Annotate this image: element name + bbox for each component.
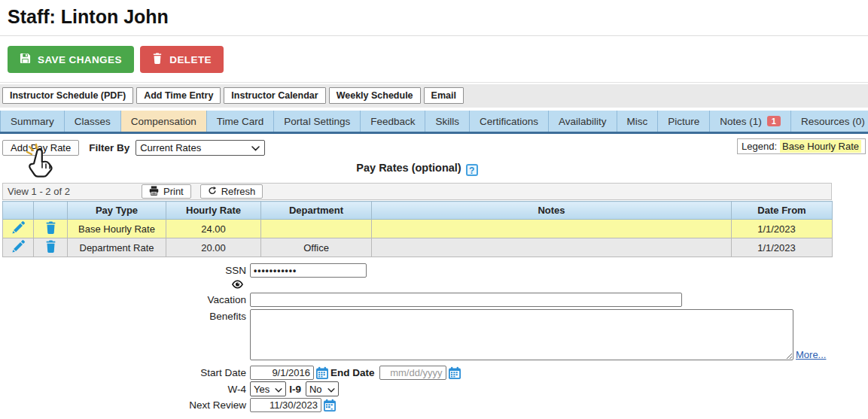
i9-select[interactable]: No [306, 381, 339, 396]
tab-bar: Summary Classes Compensation Time Card P… [0, 111, 868, 134]
w4-value: Yes [254, 384, 270, 395]
staff-detail-page: Staff: Linton John SAVE CHANGES DELETE I… [0, 0, 868, 419]
tab-misc[interactable]: Misc [617, 111, 659, 132]
tab-classes[interactable]: Classes [65, 111, 121, 132]
vacation-row: Vacation [0, 293, 868, 307]
eye-icon[interactable] [232, 280, 243, 291]
cell-date-from: 1/1/2023 [732, 238, 833, 257]
cell-pay-type: Department Rate [68, 238, 166, 257]
tab-resources[interactable]: Resources (0) [791, 111, 868, 132]
quick-link-add-time-entry[interactable]: Add Time Entry [136, 87, 221, 104]
tab-compensation[interactable]: Compensation [121, 111, 207, 132]
legend-label: Legend: [742, 141, 777, 152]
table-row: Base Hourly Rate 24.00 1/1/2023 [3, 220, 833, 238]
quick-link-instructor-calendar[interactable]: Instructor Calendar [224, 87, 325, 104]
add-pay-rate-button[interactable]: Add Pay Rate [2, 140, 79, 156]
w4-i9-row: W-4 Yes I-9 No [0, 381, 868, 396]
end-date-field[interactable] [379, 366, 446, 380]
next-review-field[interactable] [250, 398, 321, 412]
cell-hourly-rate: 20.00 [166, 238, 261, 257]
pay-rates-grid: View 1 - 2 of 2 Print Refresh Pa [2, 183, 832, 257]
filter-by-value: Current Rates [140, 142, 201, 153]
save-icon [20, 53, 31, 66]
col-notes: Notes [372, 202, 732, 220]
tab-time-card[interactable]: Time Card [207, 111, 275, 132]
help-icon[interactable]: ? [466, 164, 478, 176]
tab-picture[interactable]: Picture [658, 111, 710, 132]
next-review-row: Next Review [0, 398, 868, 412]
edit-column-header [3, 202, 34, 220]
filter-by-select[interactable]: Current Rates [136, 140, 265, 156]
legend-box: Legend:Base Hourly Rate [737, 138, 866, 154]
refresh-label: Refresh [221, 186, 256, 197]
grid-view-count: View 1 - 2 of 2 [8, 186, 142, 197]
col-date-from: Date From [732, 202, 833, 220]
vacation-field[interactable] [250, 293, 682, 307]
page-title: Staff: Linton John [0, 0, 868, 29]
save-changes-button[interactable]: SAVE CHANGES [8, 46, 134, 73]
end-date-label: End Date [330, 367, 375, 378]
ssn-field[interactable] [250, 263, 367, 278]
grid-toolbar: View 1 - 2 of 2 Print Refresh [2, 183, 832, 200]
pay-rates-section-title: Pay Rates (optional)? [2, 162, 832, 176]
delete-button[interactable]: DELETE [140, 46, 224, 73]
start-date-field[interactable] [250, 366, 314, 380]
w4-select[interactable]: Yes [250, 381, 286, 396]
next-review-label: Next Review [0, 399, 250, 411]
chevron-down-icon [251, 142, 260, 153]
col-department: Department [261, 202, 372, 220]
chevron-down-icon [275, 384, 282, 395]
tab-availability[interactable]: Availability [549, 111, 617, 132]
ssn-label: SSN [0, 265, 250, 276]
benefits-row: Benefits More... [0, 309, 868, 360]
start-date-calendar-icon[interactable] [315, 366, 329, 380]
tab-skills[interactable]: Skills [425, 111, 470, 132]
cell-date-from: 1/1/2023 [732, 220, 833, 238]
next-review-calendar-icon[interactable] [323, 399, 337, 412]
tab-certifications[interactable]: Certifications [470, 111, 549, 132]
tab-portal-settings[interactable]: Portal Settings [274, 111, 361, 132]
table-header-row: Pay Type Hourly Rate Department Notes Da… [3, 202, 833, 220]
benefits-field[interactable] [250, 309, 793, 360]
quick-link-weekly-schedule[interactable]: Weekly Schedule [329, 87, 421, 104]
delete-label: DELETE [169, 54, 212, 65]
tab-summary[interactable]: Summary [0, 111, 65, 132]
delete-icon[interactable] [45, 221, 56, 234]
table-row: Department Rate 20.00 Office 1/1/2023 [3, 238, 833, 257]
cell-department [261, 220, 372, 238]
refresh-button[interactable]: Refresh [200, 184, 263, 199]
compensation-form: SSN Vacation Benefits More... Start Date [0, 263, 868, 412]
cell-department: Office [261, 238, 372, 257]
cell-hourly-rate: 24.00 [166, 220, 261, 238]
pay-rate-controls: Add Pay Rate Filter By Current Rates Leg… [0, 138, 868, 156]
printer-icon [149, 186, 159, 198]
tab-feedback[interactable]: Feedback [361, 111, 425, 132]
start-date-label: Start Date [0, 367, 250, 378]
col-pay-type: Pay Type [68, 202, 166, 220]
print-button[interactable]: Print [142, 184, 191, 199]
quick-link-email[interactable]: Email [424, 87, 464, 104]
pay-rates-table: Pay Type Hourly Rate Department Notes Da… [2, 201, 833, 257]
edit-icon[interactable] [12, 221, 25, 234]
delete-icon[interactable] [45, 240, 56, 253]
benefits-label: Benefits [0, 309, 250, 322]
action-bar: SAVE CHANGES DELETE [0, 36, 868, 82]
print-label: Print [163, 186, 184, 197]
quick-links-strip: Instructor Schedule (PDF) Add Time Entry… [0, 84, 868, 108]
ssn-row: SSN [0, 263, 868, 278]
w4-label: W-4 [0, 384, 250, 395]
cell-notes [372, 238, 732, 257]
ssn-visibility-row [0, 279, 868, 291]
legend-base-hourly-rate: Base Hourly Rate [780, 140, 861, 153]
more-link[interactable]: More... [796, 349, 826, 360]
delete-column-header [34, 202, 68, 220]
save-changes-label: SAVE CHANGES [38, 54, 122, 65]
i9-value: No [309, 384, 322, 395]
vacation-label: Vacation [0, 294, 250, 305]
edit-icon[interactable] [12, 240, 25, 253]
tab-notes[interactable]: Notes (1) 1 [710, 111, 791, 132]
chevron-down-icon [327, 384, 335, 395]
quick-link-instructor-schedule-pdf[interactable]: Instructor Schedule (PDF) [2, 87, 133, 104]
end-date-calendar-icon[interactable] [448, 366, 461, 380]
divider [0, 82, 868, 83]
